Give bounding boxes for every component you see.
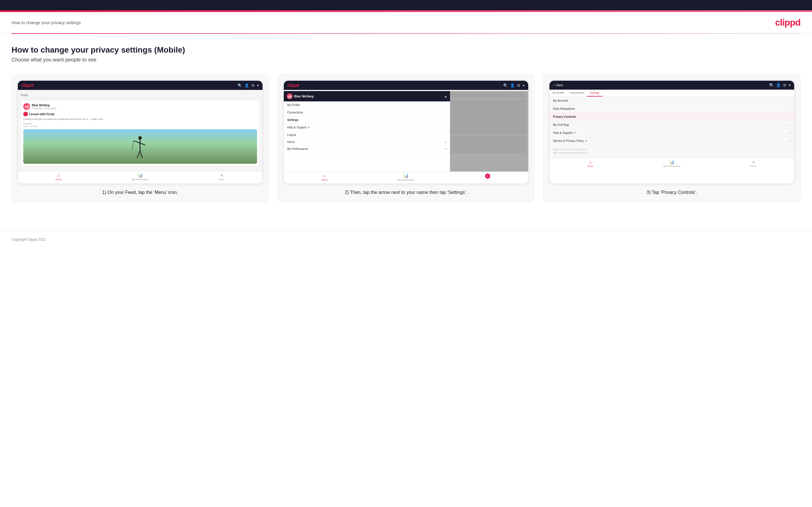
step1-content: Feed BM Blair McHarg Yesterday · Sunning… <box>18 90 262 171</box>
step2-nav-icons: 🔍 👤 ⚙ ▾ <box>503 83 525 88</box>
copyright: Copyright Clippd 2022 <box>11 237 46 241</box>
home-icon-2: ⌂ <box>323 173 325 178</box>
step1-nav-home: ⌂ Home <box>18 173 100 181</box>
footer: Copyright Clippd 2022 <box>0 231 812 247</box>
step1-bottom-nav: ⌂ Home 📊 My Performance ≡ Menu <box>18 171 262 182</box>
step-2-phone: clippd 🔍 👤 ⚙ ▾ <box>284 80 529 184</box>
step2-user-name: BM Blair McHarg <box>287 93 314 99</box>
step3-back-bar: ‹ ‹ Back 🔍 👤 ⚙ ▾ <box>550 81 794 90</box>
steps-container: clippd 🔍 👤 ⚙ ▾ Feed BM <box>11 74 801 202</box>
settings-icon-3: ⚙ <box>783 83 786 87</box>
step1-avatar: BM <box>23 103 30 110</box>
chevron-icon-3: ▾ <box>789 83 791 87</box>
step2-nav-close[interactable]: ✕ × <box>447 173 528 182</box>
page-subheading: Choose what you want people to see <box>11 57 801 63</box>
step2-nav-performance: 📊 My Performance <box>365 173 447 182</box>
page-heading: How to change your privacy settings (Mob… <box>11 45 801 55</box>
step2-nav-home: ⌂ Home <box>284 173 365 182</box>
chevron-icon: ▾ <box>257 83 259 88</box>
home-icon-3: ⌂ <box>589 160 592 164</box>
step2-menu-myprofile[interactable]: My Profile <box>284 101 450 109</box>
main-content: How to change your privacy settings (Mob… <box>0 34 812 231</box>
step2-menu-help[interactable]: Help & Support ↗ <box>284 124 450 131</box>
step1-nav-performance: 📊 My Performance <box>100 173 181 181</box>
step-1-card: clippd 🔍 👤 ⚙ ▾ Feed BM <box>11 74 269 202</box>
tab-connections[interactable]: Connections <box>567 90 587 97</box>
chart-icon: 📊 <box>138 173 143 177</box>
step1-feed-label: Feed <box>21 92 260 98</box>
step2-menu-settings[interactable]: Settings <box>284 116 450 124</box>
svg-line-2 <box>134 141 140 143</box>
step2-menu-connections[interactable]: Connections <box>284 109 450 116</box>
step2-user-row: BM Blair McHarg ▲ <box>284 91 450 101</box>
lesson-icon: 🏌 <box>23 112 28 116</box>
step1-nav-icons: 🔍 👤 ⚙ ▾ <box>238 83 259 88</box>
step3-item-helpsupport[interactable]: Help & Support ↗ ↗ <box>550 129 794 137</box>
header: How to change your privacy settings clip… <box>0 12 812 33</box>
svg-line-5 <box>137 151 140 158</box>
search-icon: 🔍 <box>238 83 242 88</box>
menu-icon: ≡ <box>220 173 223 177</box>
step2-menu-logout[interactable]: Logout <box>284 131 450 139</box>
user-icon-3: 👤 <box>776 83 781 87</box>
chart-icon-3: 📊 <box>669 160 674 164</box>
step3-bottom-nav: ⌂ Home 📊 My Performance ≡ Menu <box>550 158 794 169</box>
close-icon[interactable]: ✕ <box>485 173 490 179</box>
tab-myprofile[interactable]: My Profile <box>550 90 567 97</box>
step1-duration: Duration 01 hr : 30 min <box>23 122 257 127</box>
logo: clippd <box>775 17 801 28</box>
step-2-card: clippd 🔍 👤 ⚙ ▾ <box>277 74 535 202</box>
svg-point-0 <box>138 136 142 139</box>
user-icon-2: 👤 <box>510 83 515 88</box>
menu-icon-3: ≡ <box>752 160 755 164</box>
user-icon: 👤 <box>244 83 249 88</box>
step1-location: Yesterday · Sunningdale <box>32 107 57 110</box>
step2-bottom-nav: ⌂ Home 📊 My Performance ✕ × <box>284 171 528 183</box>
step3-tabs: My Profile Connections Settings <box>550 90 794 97</box>
svg-line-6 <box>140 151 142 158</box>
step1-lesson-text: Looking to feel like my hands are exitin… <box>23 117 257 121</box>
settings-icon-2: ⚙ <box>517 83 520 88</box>
svg-line-3 <box>140 143 145 145</box>
step-3-phone: ‹ ‹ Back 🔍 👤 ⚙ ▾ My Profile Connections … <box>549 80 795 184</box>
step3-settings-list: My Account › Data Integrations › Privacy… <box>550 97 794 158</box>
step3-nav-menu[interactable]: ≡ Menu <box>712 160 794 167</box>
step1-logo: clippd <box>21 83 33 88</box>
performance-chevron: ▾ <box>445 147 447 151</box>
step-1-phone: clippd 🔍 👤 ⚙ ▾ Feed BM <box>17 80 263 184</box>
step2-section-performance: My Performance ▾ <box>284 146 450 153</box>
svg-line-4 <box>132 141 134 149</box>
breadcrumb: How to change your privacy settings <box>11 20 81 25</box>
home-icon: ⌂ <box>57 173 60 177</box>
settings-icon: ⚙ <box>251 83 255 88</box>
tab-settings[interactable]: Settings <box>587 90 602 97</box>
step3-nav-performance: 📊 My Performance <box>631 160 713 167</box>
back-chevron-icon: ‹ <box>553 83 554 87</box>
chevron-right-icon-2: › <box>790 115 791 118</box>
step3-item-mygolfbag[interactable]: My Golf Bag › <box>550 121 794 129</box>
step2-menu-panel: BM Blair McHarg ▲ My Profile Connections… <box>284 91 450 172</box>
external-icon-0: ↗ <box>789 131 791 134</box>
step3-item-myaccount[interactable]: My Account › <box>550 97 794 105</box>
step3-version: Clippd Client Version: 2022.8.3-3 GQL Se… <box>550 145 794 158</box>
step3-item-dataintegrations[interactable]: Data Integrations › <box>550 105 794 113</box>
step1-username: Blair McHarg <box>32 104 57 107</box>
step-3-card: ‹ ‹ Back 🔍 👤 ⚙ ▾ My Profile Connections … <box>543 74 801 202</box>
step-2-caption: 2) Then, tap the arrow next to your name… <box>284 189 529 196</box>
top-bar <box>0 0 812 10</box>
step1-user-info: Blair McHarg Yesterday · Sunningdale <box>32 104 57 110</box>
step2-chevron-up: ▲ <box>444 95 447 98</box>
chevron-icon-2: ▾ <box>523 83 525 88</box>
step1-post-card: BM Blair McHarg Yesterday · Sunningdale … <box>21 101 260 166</box>
step2-avatar: BM <box>287 93 293 99</box>
chevron-right-icon-3: › <box>790 123 791 126</box>
search-icon-2: 🔍 <box>503 83 508 88</box>
step2-section-home: Home ▾ <box>284 139 450 146</box>
step3-item-serviceprivacy[interactable]: Service & Privacy Policy ↗ ↗ <box>550 137 794 145</box>
step3-back-btn[interactable]: ‹ ‹ Back <box>553 83 563 87</box>
chart-icon-2: 📊 <box>404 173 409 178</box>
step1-nav-menu[interactable]: ≡ Menu <box>181 173 262 181</box>
external-icon-1: ↗ <box>789 139 791 143</box>
step3-item-privacycontrols[interactable]: Privacy Controls › <box>550 113 794 121</box>
step-3-caption: 3) Tap ‘Privacy Controls’. <box>549 189 795 196</box>
